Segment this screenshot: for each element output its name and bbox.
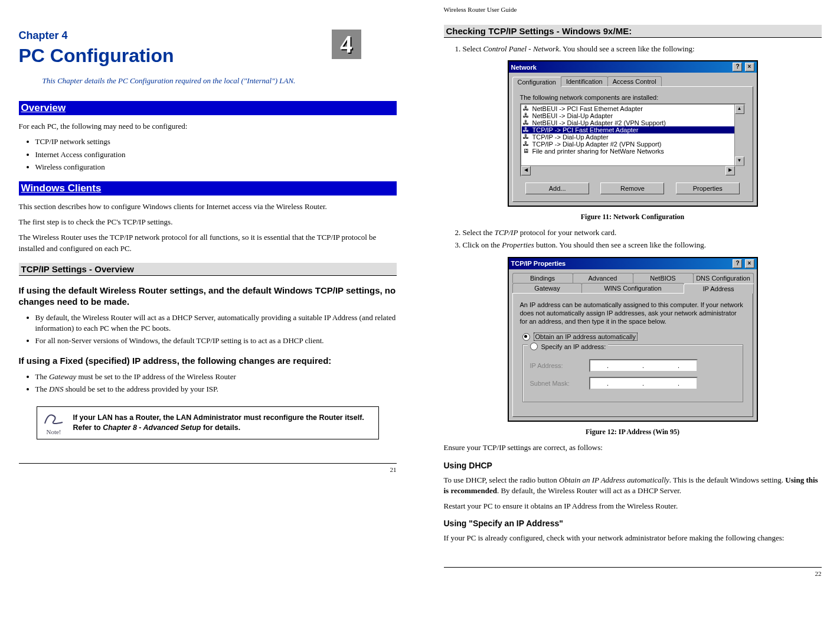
figure-11-caption: Figure 11: Network Configuration xyxy=(444,213,822,221)
note-label: Note! xyxy=(46,428,61,435)
button-row: Add... Remove Properties xyxy=(520,183,746,194)
scroll-down-button[interactable]: ▼ xyxy=(735,157,744,166)
scroll-right-button[interactable]: ▶ xyxy=(725,166,735,175)
list-item[interactable]: 🖧NetBEUI -> Dial-Up Adapter #2 (VPN Supp… xyxy=(522,119,744,126)
list-item[interactable]: 🖧TCP/IP -> Dial-Up Adapter #2 (VPN Suppo… xyxy=(522,141,744,148)
radio-group: Obtain an IP address automatically Speci… xyxy=(522,333,743,402)
tab-identification[interactable]: Identification xyxy=(561,76,608,86)
tab-dns-config[interactable]: DNS Configuration xyxy=(693,273,754,283)
titlebar: TCP/IP Properties ? × xyxy=(509,258,757,269)
list-item: Wireless configuration xyxy=(35,162,397,172)
page-21: 4 Chapter 4 PC Configuration This Chapte… xyxy=(7,6,408,595)
chapter-intro: This Chapter details the PC Configuratio… xyxy=(43,76,373,86)
subheading-tcpip-overview: TCP/IP Settings - Overview xyxy=(19,263,397,276)
page-22: Wireless Router User Guide Checking TCP/… xyxy=(432,6,834,595)
list-item: Internet Access configuration xyxy=(35,149,397,160)
step-1: Select Control Panel - Network. You shou… xyxy=(463,44,822,54)
vertical-scrollbar[interactable]: ▲ ▼ xyxy=(734,105,744,166)
italic-text: Control Panel - Network xyxy=(483,44,559,53)
ip-address-input[interactable]: ... xyxy=(589,359,698,372)
text: Click on the xyxy=(463,240,502,249)
titlebar-buttons: ? × xyxy=(732,63,754,71)
specify-group: Specify an IP address: IP Address: ... S… xyxy=(522,344,743,402)
overview-list: TCP/IP network settings Internet Access … xyxy=(19,136,397,172)
tab-strip-row1: Bindings Advanced NetBIOS DNS Configurat… xyxy=(509,269,757,283)
tab-advanced[interactable]: Advanced xyxy=(573,273,633,283)
tab-strip: Configuration Identification Access Cont… xyxy=(509,73,757,86)
tab-netbios[interactable]: NetBIOS xyxy=(633,273,694,283)
list-item: The DNS should be set to the address pro… xyxy=(35,384,397,395)
network-dialog: Network ? × Configuration Identification… xyxy=(508,60,758,207)
remove-button[interactable]: Remove xyxy=(600,183,664,194)
text: . By default, the Wireless Router will a… xyxy=(497,486,681,495)
radio-obtain-auto[interactable]: Obtain an IP address automatically xyxy=(522,333,743,341)
section-overview: Overview xyxy=(19,101,397,115)
bullet-list: By default, the Wireless Router will act… xyxy=(19,312,397,347)
help-button[interactable]: ? xyxy=(733,63,742,71)
bold-paragraph: If using the default Wireless Router set… xyxy=(19,285,397,308)
tab-gateway[interactable]: Gateway xyxy=(512,283,583,293)
step-2: Select the TCP/IP protocol for your netw… xyxy=(463,227,822,238)
italic-text: Obtain an IP Address automatically xyxy=(559,475,669,484)
radio-specify[interactable]: Specify an IP address: xyxy=(528,343,609,350)
protocol-icon: 🖧 xyxy=(523,126,530,133)
text: button. You should then see a screen lik… xyxy=(534,240,706,249)
body-text: To use DHCP, select the radio button Obt… xyxy=(444,475,822,496)
add-button[interactable]: Add... xyxy=(525,183,589,194)
italic-text: Properties xyxy=(502,240,534,249)
body-text: Ensure your TCP/IP settings are correct,… xyxy=(444,442,822,453)
scroll-left-button[interactable]: ◀ xyxy=(521,166,531,175)
text: To use DHCP, select the radio button xyxy=(444,475,560,484)
text: Select the xyxy=(463,228,495,237)
note-text: If your LAN has a Router, the LAN Admini… xyxy=(73,413,375,434)
tab-strip-row2: Gateway WINS Configuration IP Address xyxy=(509,283,757,293)
doc-header: Wireless Router User Guide xyxy=(444,6,822,13)
radio-label: Obtain an IP address automatically xyxy=(534,333,638,341)
note-box: Note! If your LAN has a Router, the LAN … xyxy=(37,406,379,439)
tab-configuration[interactable]: Configuration xyxy=(512,77,561,87)
list-item[interactable]: 🖥File and printer sharing for NetWare Ne… xyxy=(522,148,744,155)
close-button[interactable]: × xyxy=(745,259,754,268)
components-listbox[interactable]: 🖧NetBEUI -> PCI Fast Ethernet Adapter 🖧N… xyxy=(520,103,746,177)
scroll-up-button[interactable]: ▲ xyxy=(735,105,744,114)
protocol-icon: 🖧 xyxy=(523,119,530,126)
titlebar: Network ? × xyxy=(509,61,757,73)
subnet-mask-row: Subnet Mask: ... xyxy=(530,377,736,390)
page-number: 21 xyxy=(19,463,397,473)
close-button[interactable]: × xyxy=(745,63,754,71)
list-item-selected[interactable]: 🖧TCP/IP -> PCI Fast Ethernet Adapter xyxy=(522,126,744,133)
service-icon: 🖥 xyxy=(523,148,530,155)
tab-wins-config[interactable]: WINS Configuration xyxy=(581,283,684,293)
dialog-title: Network xyxy=(511,64,537,71)
subheading-using-dhcp: Using DHCP xyxy=(444,461,822,470)
item-text: TCP/IP -> Dial-Up Adapter xyxy=(532,133,609,141)
item-text: TCP/IP -> PCI Fast Ethernet Adapter xyxy=(532,126,639,133)
subheading-specify-ip: Using "Specify an IP Address" xyxy=(444,519,822,528)
help-button[interactable]: ? xyxy=(733,259,742,268)
tab-ip-address[interactable]: IP Address xyxy=(684,284,754,294)
tab-bindings[interactable]: Bindings xyxy=(512,273,573,283)
list-item[interactable]: 🖧NetBEUI -> PCI Fast Ethernet Adapter xyxy=(522,105,744,112)
tab-access-control[interactable]: Access Control xyxy=(607,76,662,86)
item-text: NetBEUI -> PCI Fast Ethernet Adapter xyxy=(532,105,643,112)
list-item: TCP/IP network settings xyxy=(35,136,397,147)
horizontal-scrollbar[interactable]: ◀ ▶ xyxy=(521,165,744,175)
text: must be set to the IP address of the Wir… xyxy=(76,372,236,381)
page-number: 22 xyxy=(444,567,822,577)
body-text: Restart your PC to ensure it obtains an … xyxy=(444,501,822,512)
radio-label: Specify an IP address: xyxy=(541,343,606,350)
overview-text: For each PC, the following may need to b… xyxy=(19,121,397,132)
dialog-title: TCP/IP Properties xyxy=(511,260,566,267)
radio-icon xyxy=(530,343,538,350)
list-item: By default, the Wireless Router will act… xyxy=(35,312,397,334)
list-item: For all non-Server versions of Windows, … xyxy=(35,335,397,346)
subheading-checking-tcpip: Checking TCP/IP Settings - Windows 9x/ME… xyxy=(444,25,822,38)
list-item[interactable]: 🖧NetBEUI -> Dial-Up Adapter xyxy=(522,112,744,119)
protocol-icon: 🖧 xyxy=(523,112,530,119)
list-item[interactable]: 🖧TCP/IP -> Dial-Up Adapter xyxy=(522,133,744,141)
tab-body: The following network components are ins… xyxy=(512,86,753,202)
body-text: The Wireless Router uses the TCP/IP netw… xyxy=(19,232,397,253)
subnet-mask-input[interactable]: ... xyxy=(589,377,698,390)
protocol-icon: 🖧 xyxy=(523,141,530,148)
properties-button[interactable]: Properties xyxy=(676,183,740,194)
